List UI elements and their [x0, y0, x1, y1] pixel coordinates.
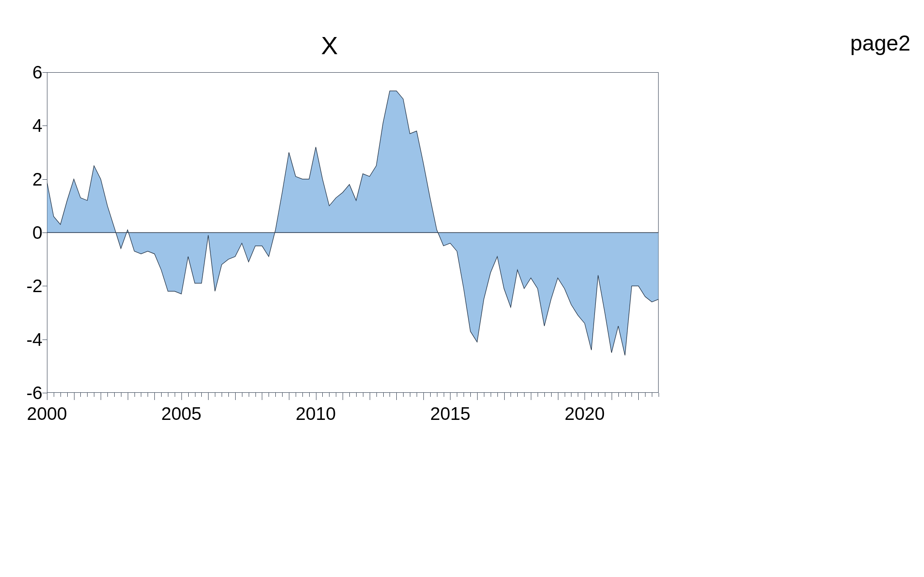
x-tick-year [262, 393, 262, 400]
x-tick-quarter [410, 393, 410, 397]
x-tick-year [181, 393, 182, 400]
x-tick-year [423, 393, 424, 400]
x-tick-quarter [524, 393, 525, 397]
y-tick [42, 72, 47, 73]
x-tick-year [477, 393, 478, 400]
x-tick-quarter [222, 393, 222, 397]
x-tick-quarter [511, 393, 511, 397]
x-tick-quarter [168, 393, 168, 397]
x-tick-year [558, 393, 558, 400]
x-tick-year [101, 393, 101, 400]
x-tick-year [128, 393, 128, 400]
y-tick-label: 2 [6, 169, 42, 189]
x-tick-quarter [659, 393, 659, 397]
chart-container: X page2 -6-4-20246 20002005201020152020 [0, 0, 924, 577]
x-tick-quarter [249, 393, 249, 397]
x-tick-quarter [484, 393, 484, 397]
x-tick-quarter [87, 393, 88, 397]
x-tick-quarter [135, 393, 135, 397]
x-tick-quarter [437, 393, 437, 397]
x-tick-quarter [605, 393, 605, 397]
x-tick-quarter [618, 393, 619, 397]
x-tick-quarter [242, 393, 242, 397]
x-tick-quarter [598, 393, 599, 397]
x-tick-quarter [121, 393, 121, 397]
y-tick-label: 4 [6, 116, 42, 136]
x-tick-quarter [275, 393, 276, 397]
x-tick-quarter [497, 393, 498, 397]
x-tick-quarter [107, 393, 108, 397]
x-tick-quarter [538, 393, 538, 397]
y-tick [42, 393, 47, 393]
x-tick-quarter [141, 393, 141, 397]
x-tick-quarter [269, 393, 269, 397]
x-tick-quarter [188, 393, 189, 397]
x-tick-quarter [578, 393, 578, 397]
x-tick-quarter [161, 393, 162, 397]
y-tick-label: -6 [6, 383, 42, 403]
x-tick-quarter [417, 393, 417, 397]
x-tick-year [208, 393, 209, 400]
x-tick-quarter [625, 393, 626, 397]
y-tick-label: 6 [6, 62, 42, 83]
x-tick-label: 2010 [296, 404, 336, 424]
x-tick-year [154, 393, 155, 400]
x-tick-quarter [195, 393, 195, 397]
x-tick-year [289, 393, 289, 400]
x-tick-quarter [645, 393, 645, 397]
chart-title: X [0, 31, 659, 60]
x-tick-year [612, 393, 612, 400]
x-tick-quarter [148, 393, 148, 397]
x-tick-year [638, 393, 639, 400]
x-tick-quarter [376, 393, 377, 397]
x-tick-quarter [67, 393, 68, 397]
x-tick-quarter [565, 393, 565, 397]
x-tick-quarter [94, 393, 94, 397]
x-tick-year [370, 393, 370, 400]
page-label: page2 [850, 31, 910, 56]
x-tick-quarter [201, 393, 202, 397]
x-tick-quarter [80, 393, 81, 397]
x-tick-year [316, 393, 316, 400]
x-tick-quarter [356, 393, 357, 397]
x-tick-quarter [631, 393, 632, 397]
x-tick-quarter [309, 393, 310, 397]
x-tick-quarter [571, 393, 571, 397]
x-tick-year [396, 393, 397, 400]
y-tick [42, 340, 47, 340]
y-tick [42, 179, 47, 180]
y-tick-label: -2 [6, 276, 42, 296]
x-tick-year [47, 393, 47, 400]
x-tick-quarter [491, 393, 491, 397]
x-tick-quarter [114, 393, 115, 397]
x-tick-quarter [215, 393, 215, 397]
x-tick-quarter [54, 393, 54, 397]
x-tick-quarter [390, 393, 390, 397]
x-tick-year [235, 393, 236, 400]
x-tick-year [585, 393, 585, 400]
x-tick-quarter [652, 393, 652, 397]
y-tick [42, 126, 47, 126]
x-tick-quarter [336, 393, 336, 397]
x-tick-quarter [383, 393, 384, 397]
y-tick-label: 0 [6, 223, 42, 243]
x-tick-quarter [255, 393, 256, 397]
x-tick-quarter [322, 393, 323, 397]
x-tick-quarter [175, 393, 175, 397]
x-tick-label: 2005 [161, 404, 201, 424]
x-tick-quarter [517, 393, 518, 397]
x-tick-quarter [464, 393, 464, 397]
y-tick-label: -4 [6, 329, 42, 349]
x-tick-quarter [544, 393, 545, 397]
zero-axis-line [47, 233, 659, 233]
x-tick-quarter [457, 393, 457, 397]
x-tick-quarter [551, 393, 552, 397]
x-tick-quarter [296, 393, 296, 397]
x-tick-quarter [349, 393, 350, 397]
x-tick-label: 2020 [565, 404, 605, 424]
x-tick-quarter [363, 393, 363, 397]
x-tick-label: 2015 [430, 404, 470, 424]
x-tick-year [450, 393, 450, 400]
x-tick-year [343, 393, 343, 400]
x-tick-quarter [470, 393, 471, 397]
